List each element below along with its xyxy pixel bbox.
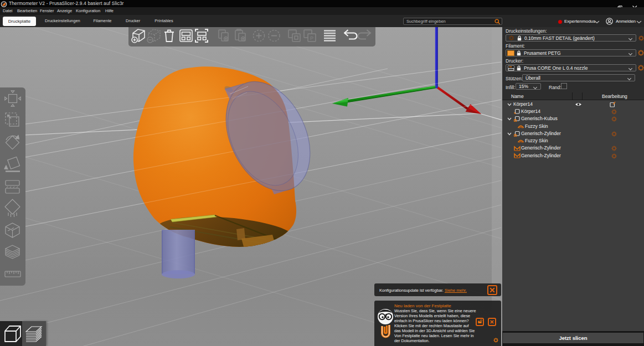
svg-text:P: P: [310, 35, 313, 41]
